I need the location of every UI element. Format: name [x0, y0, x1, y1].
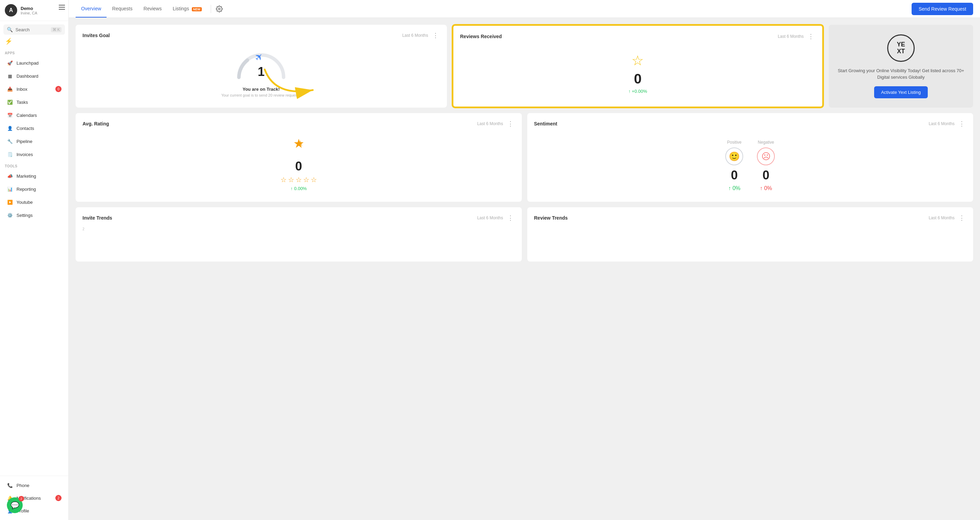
sidebar-item-label: Inbox: [16, 87, 27, 92]
top-navigation: Overview Requests Reviews Listings NEW S…: [69, 0, 980, 18]
trends-content: 2: [83, 227, 515, 254]
search-bar[interactable]: 🔍 Search ⌘ K: [3, 24, 65, 35]
tab-reviews[interactable]: Reviews: [138, 0, 167, 17]
sidebar-item-label: Marketing: [16, 173, 36, 179]
middle-cards-grid: Avg. Rating Last 6 Months ⋮ ★★ 0 ☆: [76, 113, 973, 202]
activate-yext-button[interactable]: Activate Yext Listing: [874, 86, 928, 98]
hamburger-line: [59, 5, 65, 5]
positive-count: 0: [731, 168, 738, 183]
hamburger-line: [59, 7, 65, 8]
megaphone-icon: 📣: [7, 173, 13, 179]
sidebar-item-phone[interactable]: 📞 Phone: [2, 479, 66, 491]
star-icon: ☆: [303, 176, 309, 184]
goal-subtext: Your current goal is to send 20 review r…: [221, 93, 301, 97]
chat-badge: 2: [19, 496, 24, 501]
calendar-icon: 📅: [7, 112, 13, 118]
hamburger-button[interactable]: [59, 5, 65, 10]
new-badge: NEW: [192, 7, 202, 11]
reviews-received-content: ☆ 0 ↑ +0.00%: [460, 46, 816, 97]
sidebar-item-pipeline[interactable]: 🔧 Pipeline: [2, 135, 66, 148]
sidebar-item-dashboard[interactable]: ▦ Dashboard: [2, 70, 66, 82]
percent-change: ↑ +0.00%: [628, 89, 647, 94]
avg-percent: ↑ 0.00%: [290, 186, 307, 191]
bolt-icon[interactable]: ⚡: [5, 37, 13, 45]
card-title: Review Trends: [534, 215, 568, 221]
card-title: Reviews Received: [460, 34, 502, 39]
user-info: Demo Irvine, CA: [21, 6, 64, 15]
card-date-range: Last 6 Months: [477, 121, 503, 126]
avg-rating-number: 0: [295, 159, 302, 173]
negative-percent: ↑ 0%: [760, 185, 772, 191]
sidebar: A Demo Irvine, CA 🔍 Search ⌘ K ⚡ Apps 🚀 …: [0, 0, 69, 520]
card-date-range: Last 6 Months: [778, 34, 803, 39]
search-icon: 🔍: [7, 27, 13, 32]
card-date-range: Last 6 Months: [402, 33, 428, 38]
positive-label: Positive: [727, 140, 741, 145]
card-menu-button[interactable]: ⋮: [431, 32, 440, 39]
star-icon: ☆: [296, 176, 302, 184]
settings-gear-button[interactable]: [215, 4, 224, 14]
sidebar-header: A Demo Irvine, CA: [0, 0, 68, 21]
sidebar-item-contacts[interactable]: 👤 Contacts: [2, 122, 66, 134]
top-nav-right: Send Review Request: [912, 3, 973, 15]
sentiment-content: Positive 🙂 0 ↑ 0% Negative ☹: [534, 133, 967, 195]
card-menu-button[interactable]: ⋮: [506, 120, 515, 127]
avatar: A: [5, 4, 17, 16]
user-location: Irvine, CA: [21, 11, 64, 15]
sidebar-item-label: Launchpad: [16, 60, 38, 66]
negative-sentiment: Negative ☹ 0 ↑ 0%: [757, 140, 775, 191]
tab-overview[interactable]: Overview: [76, 0, 107, 17]
chart-icon: 📊: [7, 186, 13, 192]
chat-icon: 💬: [11, 501, 19, 509]
sidebar-item-settings[interactable]: ⚙️ Settings: [2, 209, 66, 221]
chat-float-button[interactable]: 💬 2: [7, 497, 23, 513]
card-menu-button[interactable]: ⋮: [807, 33, 815, 40]
card-header: Reviews Received Last 6 Months ⋮: [460, 33, 816, 40]
invites-goal-card: Invites Goal Last 6 Months ⋮: [76, 25, 447, 108]
sidebar-item-reporting[interactable]: 📊 Reporting: [2, 183, 66, 195]
avg-rating-content: ★★ 0 ☆ ☆ ☆ ☆ ☆ ↑ 0.00%: [83, 133, 515, 194]
sentiment-row: Positive 🙂 0 ↑ 0% Negative ☹: [534, 140, 967, 191]
grid-icon: ▦: [7, 73, 13, 79]
tab-requests[interactable]: Requests: [107, 0, 138, 17]
sidebar-item-calendars[interactable]: 📅 Calendars: [2, 109, 66, 121]
sidebar-item-invoices[interactable]: 🗒️ Invoices: [2, 148, 66, 161]
users-icon: 👤: [7, 125, 13, 131]
send-review-request-button[interactable]: Send Review Request: [912, 3, 973, 15]
sidebar-item-label: Calendars: [16, 113, 37, 118]
card-title: Invite Trends: [83, 215, 112, 221]
notifications-badge: 2: [55, 495, 62, 501]
negative-face-icon: ☹: [757, 148, 775, 165]
axis-label: 2: [83, 227, 84, 231]
card-date-range: Last 6 Months: [929, 121, 955, 126]
sidebar-item-inbox[interactable]: 📥 Inbox 0: [2, 83, 66, 95]
review-trends-card: Review Trends Last 6 Months ⋮: [527, 207, 974, 262]
user-name: Demo: [21, 6, 64, 11]
card-menu-button[interactable]: ⋮: [957, 120, 966, 127]
card-menu-button[interactable]: ⋮: [506, 214, 515, 222]
sidebar-item-tasks[interactable]: ✅ Tasks: [2, 96, 66, 108]
yext-card: YE XT Start Growing your Online Visibili…: [829, 25, 973, 108]
up-arrow-icon: ↑: [628, 89, 631, 94]
sidebar-item-marketing[interactable]: 📣 Marketing: [2, 170, 66, 182]
sidebar-item-youtube[interactable]: ▶️ Youtube: [2, 196, 66, 208]
card-date-range: Last 6 Months: [929, 215, 955, 220]
sidebar-item-launchpad[interactable]: 🚀 Launchpad: [2, 57, 66, 69]
avg-rating-card: Avg. Rating Last 6 Months ⋮ ★★ 0 ☆: [76, 113, 522, 202]
sidebar-item-label: Dashboard: [16, 73, 38, 79]
star-icon: ☆: [311, 176, 317, 184]
apps-section-label: Apps: [0, 48, 68, 56]
up-arrow-icon: ↑: [760, 185, 762, 191]
main-content: Overview Requests Reviews Listings NEW S…: [69, 0, 980, 520]
invites-goal-content: ✈ 1 You are on Track! Your current goal …: [83, 45, 440, 101]
card-title: Avg. Rating: [83, 121, 109, 126]
sidebar-item-label: Invoices: [16, 152, 33, 157]
card-header: Review Trends Last 6 Months ⋮: [534, 214, 967, 222]
play-icon: ▶️: [7, 199, 13, 205]
positive-sentiment: Positive 🙂 0 ↑ 0%: [725, 140, 743, 191]
gauge-number: 1: [258, 65, 265, 79]
sentiment-card: Sentiment Last 6 Months ⋮ Positive 🙂 0: [527, 113, 974, 202]
tab-listings[interactable]: Listings NEW: [167, 0, 207, 17]
card-menu-button[interactable]: ⋮: [957, 214, 966, 222]
star-icon: ☆: [288, 176, 294, 184]
